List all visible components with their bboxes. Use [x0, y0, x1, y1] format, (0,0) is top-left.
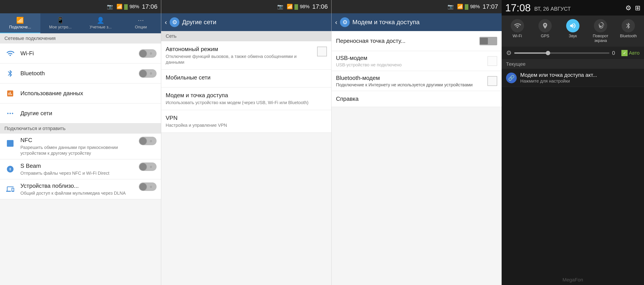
bluetooth-toggle[interactable]: ○ — [139, 69, 156, 78]
panel2-title: Другие сети — [182, 19, 216, 26]
settings-item-nfc[interactable]: NFC Разрешить обмен данными при прикосно… — [0, 134, 161, 159]
tab-accounts-icon: 👤 — [97, 17, 104, 24]
nfc-icon — [4, 138, 16, 149]
notification-item-hotspot[interactable]: 🔗 Модем или точка доступа акт... Нажмите… — [502, 69, 644, 87]
bt-modem-text: Bluetooth-модем Подключение к Интернету … — [336, 75, 488, 88]
signal-icon-1: 📶 — [116, 4, 122, 10]
nearby-toggle[interactable]: ○ — [139, 182, 156, 191]
battery-percent-3: 98% — [470, 4, 480, 10]
qt-gps[interactable]: GPS — [531, 19, 559, 43]
menu-item-airplane[interactable]: Автономный режим Отключение функций вызо… — [161, 41, 331, 70]
svg-point-0 — [7, 113, 9, 114]
sbeam-icon — [4, 163, 16, 175]
menu-item-mobile-networks[interactable]: Мобильные сети — [161, 70, 331, 88]
settings-gear-icon-2: ⚙ — [170, 17, 180, 27]
battery-icon-1: ▓ — [124, 4, 128, 10]
settings-tabs: 📶 Подключе... 📱 Мое устро... 👤 Учетные з… — [0, 13, 161, 33]
qt-gps-icon — [538, 19, 552, 33]
camera-status-icon-3: 📷 — [448, 4, 454, 10]
usb-modem-checkbox[interactable] — [488, 56, 497, 66]
auto-check-icon: ✓ — [622, 50, 628, 56]
battery-icon-2: ▓ — [294, 4, 298, 10]
tab-mydevice[interactable]: 📱 Мое устро... — [40, 13, 81, 33]
notif-hotspot-icon: 🔗 — [506, 73, 517, 83]
settings-item-wifi[interactable]: Wi-Fi ○ — [0, 44, 161, 64]
qt-sound-icon — [566, 19, 580, 33]
qt-rotate[interactable]: Поворот экрана — [587, 19, 614, 43]
brightness-row: ⚙ 0 ✓ Авто — [502, 47, 644, 59]
tab-options[interactable]: ⋯ Опции — [121, 13, 161, 33]
panel-tethering: 📷 📶 ▓ 98% 17:07 ‹ ⚙ Модем и точка доступ… — [331, 0, 502, 285]
settings-item-other-networks[interactable]: Другие сети — [0, 103, 161, 123]
settings-gear-icon-3: ⚙ — [340, 17, 350, 27]
signal-icon-3: 📶 — [457, 4, 463, 10]
section-connect-share: Подключиться и отправить — [0, 123, 161, 134]
tethering-item-hotspot[interactable]: Переносная точка досту... — [332, 31, 502, 51]
notification-header: Текущее — [502, 59, 644, 69]
settings-item-data-usage[interactable]: Использование данных — [0, 84, 161, 103]
section-network-connections: Сетевые подключения — [0, 33, 161, 44]
shade-grid-icon[interactable]: ⊞ — [635, 4, 640, 12]
qt-wifi[interactable]: Wi-Fi — [504, 19, 531, 43]
battery-percent-1: 98% — [130, 4, 139, 10]
status-bar-3: 📷 📶 ▓ 98% 17:07 — [332, 0, 502, 13]
camera-status-icon-2: 📷 — [277, 4, 283, 10]
shade-topbar: 17:08 ВТ, 26 АВГУСТ ⚙ ⊞ — [502, 0, 644, 16]
panel2-sub-header: Сеть — [161, 31, 331, 41]
wifi-icon — [4, 48, 16, 59]
qt-gps-label: GPS — [541, 34, 549, 38]
airplane-checkbox[interactable] — [317, 47, 327, 56]
time-3: 17:07 — [482, 3, 498, 10]
nearby-text: Устройства поблизо... Общий доступ к фай… — [20, 182, 139, 196]
settings-item-nearby[interactable]: Устройства поблизо... Общий доступ к фай… — [0, 179, 161, 199]
other-networks-icon — [4, 108, 16, 119]
qt-sound[interactable]: Звук — [559, 19, 586, 43]
brightness-thumb — [546, 51, 550, 55]
brightness-auto-label: Авто — [629, 50, 640, 56]
help-section[interactable]: Справка — [332, 91, 502, 107]
topbar-tethering: ‹ ⚙ Модем и точка доступа — [332, 13, 502, 31]
time-2: 17:06 — [312, 3, 328, 10]
settings-item-sbeam[interactable]: S Beam Отправить файлы через NFC и Wi-Fi… — [0, 159, 161, 179]
quick-toggles: Wi-Fi GPS Звук Поворот экрана — [502, 16, 644, 47]
toggle2-knob — [480, 38, 488, 44]
qt-rotate-label: Поворот экрана — [587, 34, 614, 43]
brightness-fill — [514, 52, 548, 54]
other-networks-label: Другие сети — [20, 110, 156, 117]
svg-point-1 — [10, 113, 11, 114]
shade-settings-icon[interactable]: ⚙ — [625, 4, 631, 12]
notif-hotspot-text: Модем или точка доступа акт... Нажмите д… — [520, 72, 597, 84]
tethering-item-bt[interactable]: Bluetooth-модем Подключение к Интернету … — [332, 71, 502, 91]
sbeam-text: S Beam Отправить файлы через NFC и Wi-Fi… — [20, 162, 139, 176]
panel-other-networks: 📷 📶 ▓ 98% 17:06 ‹ ⚙ Другие сети Сеть Авт… — [161, 0, 331, 285]
tab-connections[interactable]: 📶 Подключе... — [0, 13, 40, 33]
wifi-toggle[interactable]: ○ — [139, 49, 156, 58]
settings-list-1: Сетевые подключения Wi-Fi ○ Bluetooth ○ — [0, 33, 161, 285]
brightness-gear-icon[interactable]: ⚙ — [506, 49, 512, 57]
panel-notification-shade: 17:08 ВТ, 26 АВГУСТ ⚙ ⊞ Wi-Fi GPS Зву — [502, 0, 644, 285]
svg-point-2 — [12, 113, 13, 114]
tethering-item-usb[interactable]: USB-модем USB-устройство не подключено — [332, 51, 502, 71]
status-bar-1: 📷 📶 ▓ 98% 17:06 — [0, 0, 161, 13]
bt-modem-checkbox[interactable] — [488, 76, 497, 86]
wifi-label: Wi-Fi — [20, 50, 139, 57]
qt-wifi-icon — [511, 19, 524, 33]
back-button-2[interactable]: ‹ — [165, 19, 167, 26]
menu-item-tethering[interactable]: Модем и точка доступа Использовать устро… — [161, 88, 331, 110]
brightness-slider[interactable] — [514, 52, 610, 54]
settings-item-bluetooth[interactable]: Bluetooth ○ — [0, 64, 161, 84]
sbeam-toggle[interactable]: ○ — [139, 162, 156, 171]
menu-item-vpn[interactable]: VPN Настройка и управление VPN — [161, 110, 331, 133]
qt-bluetooth-icon — [622, 19, 635, 33]
data-usage-icon — [4, 88, 16, 99]
nfc-toggle[interactable]: ○ — [139, 137, 156, 145]
qt-bluetooth[interactable]: Bluetooth — [614, 19, 642, 43]
hotspot-toggle[interactable] — [480, 37, 497, 45]
tab-accounts[interactable]: 👤 Учетные з... — [80, 13, 121, 33]
nfc-text: NFC Разрешить обмен данными при прикосно… — [20, 137, 139, 156]
nearby-icon — [4, 183, 16, 195]
back-button-3[interactable]: ‹ — [335, 19, 337, 26]
brightness-value: 0 — [612, 50, 619, 56]
brightness-auto[interactable]: ✓ Авто — [622, 50, 640, 56]
time-1: 17:06 — [142, 3, 158, 10]
